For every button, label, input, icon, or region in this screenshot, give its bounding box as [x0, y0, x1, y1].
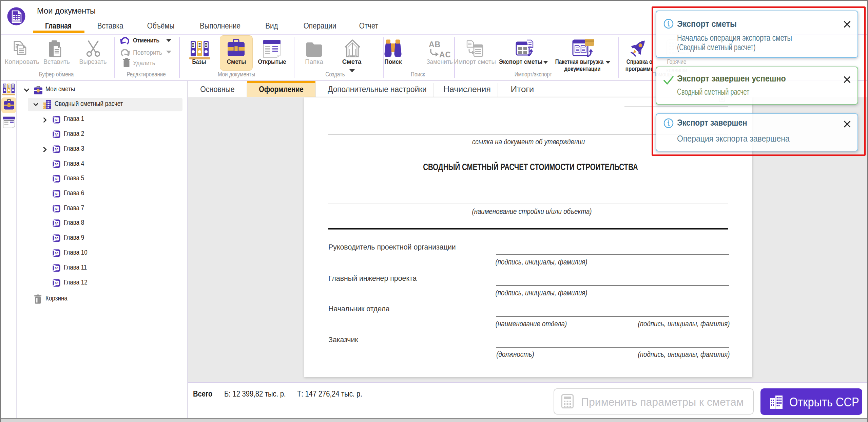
svg-text:AB: AB: [429, 40, 441, 49]
svg-text:AC: AC: [439, 50, 451, 59]
